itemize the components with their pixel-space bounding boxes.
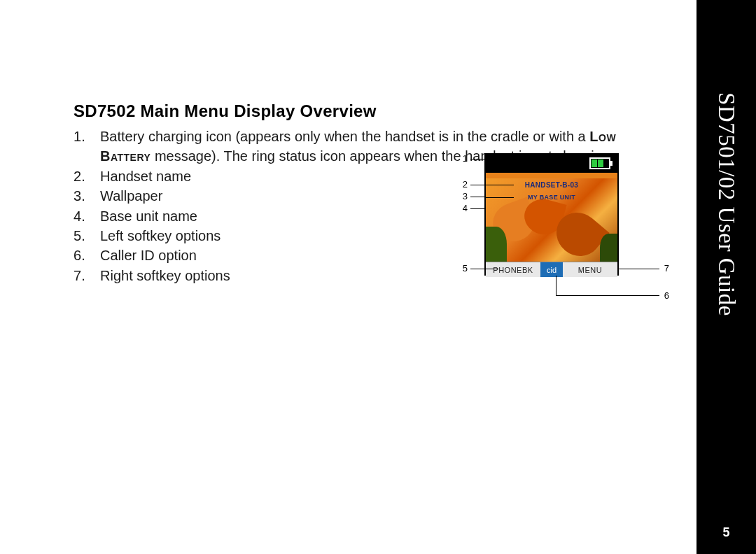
softkey-right: MENU [563,262,617,277]
leader-line [470,197,484,197]
status-bar [486,155,617,173]
wallpaper-area: HANDSET-B-03 MY BASE UNIT [486,178,617,262]
phone-screen-diagram: HANDSET-B-03 MY BASE UNIT PHONEBK cid ME… [428,153,687,314]
battery-icon [589,157,613,169]
callout-number: 5 [459,263,468,274]
leader-line [484,197,514,198]
callout-number: 2 [459,179,468,190]
document-title: SD7501/02 User Guide [713,92,739,316]
leader-line [556,276,556,296]
section-heading: SD7502 Main Menu Display Overview [74,101,662,121]
leader-line [470,185,514,185]
page-number: 5 [722,525,729,540]
leader-line [470,269,498,269]
screen-frame: HANDSET-B-03 MY BASE UNIT PHONEBK cid ME… [484,153,619,276]
svg-rect-2 [592,159,597,167]
callout-number: 4 [459,203,468,213]
leader-line [556,295,659,296]
softkey-left: PHONEBK [486,262,540,277]
leader-line [470,208,484,209]
callout-number: 3 [459,191,468,201]
callout-number: 7 [661,263,669,274]
callout-number: 1 [459,153,468,164]
sidebar-strip: SD7501/02 User Guide 5 [696,0,756,554]
divider-strip [486,173,617,178]
svg-rect-1 [610,161,612,166]
caller-id-softkey: cid [540,262,563,277]
softkey-bar: PHONEBK cid MENU [486,262,617,277]
leader-line [470,159,484,159]
item1-text-a: Battery charging icon (appears only when… [100,129,586,144]
leader-line [484,197,485,218]
callout-number: 6 [661,290,669,301]
svg-rect-3 [598,159,603,167]
leader-line [619,269,659,269]
